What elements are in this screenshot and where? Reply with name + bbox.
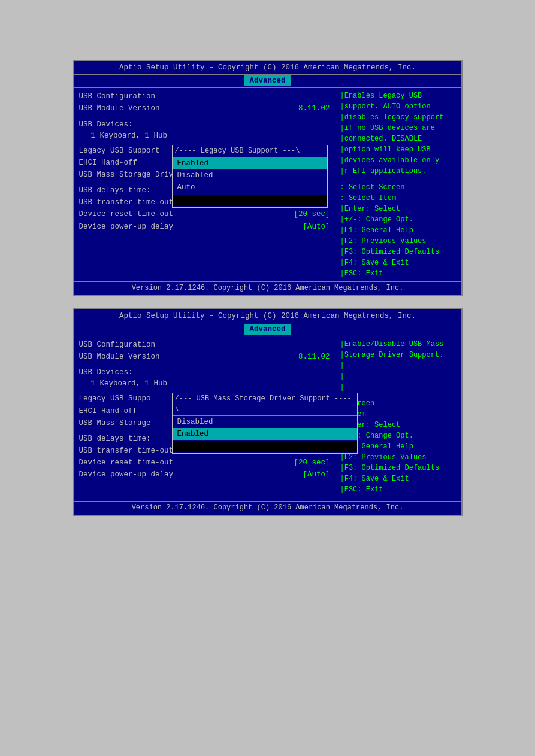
dropdown-black-bar <box>173 195 327 206</box>
key-legend-1: : Select Screen : Select Item |Enter: Se… <box>340 182 457 279</box>
devices-value-2: 1 Keyboard, 1 Hub <box>79 378 330 389</box>
usb-config-label-2: USB Configuration <box>79 339 156 350</box>
module-value-1: 8.11.02 <box>298 103 330 114</box>
title-bar-2: Aptio Setup Utility – Copyright (C) 2016… <box>74 309 461 323</box>
transfer-label-2: USB transfer time-out <box>79 445 174 456</box>
module-label-2: USB Module Version <box>79 351 160 362</box>
row-module-1: USB Module Version 8.11.02 <box>79 102 330 114</box>
help-text-2: |Enable/Disable USB Mass |Storage Driver… <box>340 339 457 393</box>
footer-2: Version 2.17.1246. Copyright (C) 2016 Am… <box>74 501 461 514</box>
footer-1: Version 2.17.1246. Copyright (C) 2016 Am… <box>74 281 461 294</box>
right-divider-1 <box>340 178 457 178</box>
powerup-label-2: Device power-up delay <box>79 469 174 480</box>
reset-label-1: Device reset time-out <box>79 209 174 220</box>
dropdown-title-1: /---- Legacy USB Support ---\ <box>173 145 327 157</box>
module-label-1: USB Module Version <box>79 103 160 114</box>
legacy-usb-dropdown[interactable]: /---- Legacy USB Support ---\ Enabled Di… <box>172 145 328 208</box>
tab-bar-2: Advanced <box>74 323 461 336</box>
powerup-row-2[interactable]: Device power-up delay [Auto] <box>79 469 330 481</box>
devices-label-2: USB Devices: <box>79 366 330 378</box>
left-panel-2: USB Configuration USB Module Version 8.1… <box>74 336 335 501</box>
dropdown-black-bar-2 <box>173 441 357 452</box>
usb-mass-dropdown[interactable]: /--- USB Mass Storage Driver Support ---… <box>172 393 358 454</box>
reset-row-2[interactable]: Device reset time-out [20 sec] <box>79 457 330 469</box>
left-panel-1: USB Configuration USB Module Version 8.1… <box>74 88 335 281</box>
key-legend-2: t Screen t Item |Enter: Select |+/-: Cha… <box>340 398 457 495</box>
row-heading-2: USB Configuration <box>79 339 330 351</box>
tab-advanced-2[interactable]: Advanced <box>244 324 290 335</box>
transfer-label-1: USB transfer time-out <box>79 197 174 208</box>
dropdown-item-disabled[interactable]: Disabled <box>173 169 327 181</box>
reset-value-2: [20 sec] <box>294 457 330 468</box>
title-text-2: Aptio Setup Utility – Copyright (C) 2016… <box>119 312 416 320</box>
reset-value-1: [20 sec] <box>294 209 330 220</box>
body-1: USB Configuration USB Module Version 8.1… <box>74 87 461 281</box>
right-divider-2 <box>340 394 457 394</box>
tab-advanced-1[interactable]: Advanced <box>244 75 290 86</box>
row-heading-1: USB Configuration <box>79 90 330 102</box>
usb-mass-label-2: USB Mass Storage <box>79 418 151 429</box>
devices-value-1: 1 Keyboard, 1 Hub <box>79 130 330 141</box>
dropdown-item-auto[interactable]: Auto <box>173 181 327 193</box>
ehci-label: EHCI Hand-off <box>79 157 138 168</box>
powerup-label-1: Device power-up delay <box>79 221 174 232</box>
legacy-usb-label-2: Legacy USB Suppo <box>79 393 151 404</box>
help-text-1: |Enables Legacy USB |support. AUTO optio… <box>340 90 457 177</box>
body-2: USB Configuration USB Module Version 8.1… <box>74 336 461 501</box>
reset-label-2: Device reset time-out <box>79 457 174 468</box>
reset-row-1[interactable]: Device reset time-out [20 sec] <box>79 208 330 220</box>
usb-config-label-1: USB Configuration <box>79 91 156 102</box>
powerup-value-1: [Auto] <box>303 221 330 232</box>
row-module-2: USB Module Version 8.11.02 <box>79 351 330 363</box>
powerup-row-1[interactable]: Device power-up delay [Auto] <box>79 221 330 233</box>
legacy-usb-row-container: Legacy USB Support [Enabled] EHCI Hand-o… <box>79 145 330 181</box>
title-bar-1: Aptio Setup Utility – Copyright (C) 2016… <box>74 61 461 75</box>
module-value-2: 8.11.02 <box>298 351 330 362</box>
dropdown-item-disabled-2[interactable]: Disabled <box>173 416 357 428</box>
ehci-label-2: EHCI Hand-off <box>79 406 138 417</box>
bios-screen-2: Aptio Setup Utility – Copyright (C) 2016… <box>73 308 463 516</box>
devices-label-1: USB Devices: <box>79 119 330 130</box>
usb-mass-row-container: Legacy USB Suppo EHCI Hand-off USB Mass … <box>79 393 330 429</box>
legacy-usb-label: Legacy USB Support <box>79 145 160 156</box>
dropdown-item-enabled-2[interactable]: Enabled <box>173 428 357 440</box>
tab-bar-1: Advanced <box>74 75 461 87</box>
dropdown-item-enabled[interactable]: Enabled <box>173 157 327 169</box>
bios-screen-1: Aptio Setup Utility – Copyright (C) 2016… <box>73 60 463 296</box>
title-text-1: Aptio Setup Utility – Copyright (C) 2016… <box>119 63 416 72</box>
usb-mass-label: USB Mass Storage Driv <box>79 169 174 180</box>
right-panel-1: |Enables Legacy USB |support. AUTO optio… <box>335 88 461 281</box>
powerup-value-2: [Auto] <box>303 469 330 480</box>
dropdown-title-2: /--- USB Mass Storage Driver Support ---… <box>173 393 357 416</box>
